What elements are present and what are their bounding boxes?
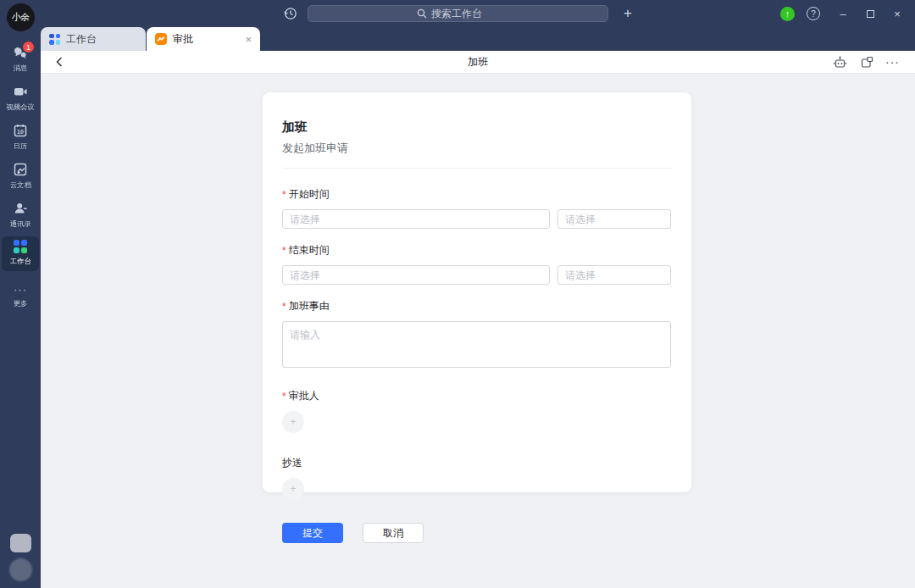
- tab-workbench[interactable]: 工作台: [41, 27, 146, 51]
- maximize-icon: [867, 10, 874, 18]
- search-icon: [417, 8, 427, 19]
- more-actions-icon[interactable]: ···: [885, 55, 900, 69]
- workbench-icon: [14, 240, 27, 253]
- submit-button[interactable]: 提交: [282, 523, 343, 543]
- tab-approval[interactable]: 审批 ×: [147, 27, 260, 51]
- form-subtitle: 发起加班申请: [282, 141, 672, 156]
- plus-icon: +: [290, 416, 296, 428]
- page-header: 加班 ···: [41, 51, 915, 74]
- reason-label: * 加班事由: [282, 299, 672, 313]
- global-search-input[interactable]: [308, 5, 608, 22]
- minimize-button[interactable]: –: [832, 3, 854, 25]
- sidebar-item-label: 通讯录: [10, 219, 31, 230]
- calendar-icon: 10: [13, 123, 28, 138]
- back-button[interactable]: [51, 53, 68, 70]
- required-marker: *: [282, 301, 286, 313]
- chevron-left-icon: [53, 56, 65, 68]
- sidebar-item-video-meeting[interactable]: 视频会议: [2, 80, 39, 117]
- workbench-tab-icon: [49, 34, 60, 45]
- approver-label: * 审批人: [282, 389, 672, 403]
- add-approver-button[interactable]: +: [282, 411, 304, 433]
- page-title: 加班: [41, 55, 915, 69]
- close-button[interactable]: ×: [886, 3, 908, 25]
- sidebar-item-calendar[interactable]: 10 日历: [2, 119, 39, 156]
- pinned-app-icon[interactable]: [9, 558, 32, 581]
- help-icon[interactable]: ?: [807, 7, 820, 20]
- sidebar-item-contacts[interactable]: 通讯录: [2, 197, 39, 234]
- video-camera-icon: [13, 84, 28, 99]
- end-time-label: * 结束时间: [282, 243, 672, 258]
- cancel-button[interactable]: 取消: [363, 523, 424, 543]
- upgrade-icon[interactable]: ↑: [780, 7, 795, 21]
- sidebar-item-messages[interactable]: 1 消息: [2, 42, 39, 78]
- robot-icon[interactable]: [831, 53, 848, 70]
- tab-close-icon[interactable]: ×: [245, 33, 252, 46]
- sidebar-item-more[interactable]: ··· 更多: [2, 280, 39, 313]
- sidebar-item-label: 云文档: [10, 180, 31, 191]
- sidebar: 小余 1 消息 视频会议 10 日历 云文档: [0, 0, 41, 588]
- cloud-doc-icon: [13, 162, 28, 177]
- sidebar-item-label: 日历: [14, 141, 28, 152]
- main-content: 加班 发起加班申请 * 开始时间 * 结束时间 * 加班事由 * 审批人: [41, 74, 915, 588]
- end-date-input[interactable]: [282, 265, 550, 285]
- svg-text:10: 10: [17, 129, 24, 135]
- avatar[interactable]: 小余: [7, 3, 35, 31]
- open-in-window-icon[interactable]: [858, 53, 875, 70]
- divider: [282, 168, 672, 169]
- required-marker: *: [282, 391, 286, 402]
- unread-badge: 1: [23, 42, 34, 53]
- sidebar-item-label: 更多: [14, 299, 28, 309]
- tab-bar: 工作台 审批 ×: [41, 27, 915, 51]
- tab-label: 审批: [173, 32, 193, 47]
- plus-icon: +: [290, 483, 296, 495]
- more-dots-icon: ···: [14, 284, 27, 296]
- pinned-app-icon[interactable]: [10, 534, 31, 552]
- sidebar-item-label: 工作台: [10, 257, 31, 267]
- start-time-input[interactable]: [557, 209, 671, 229]
- sidebar-item-label: 视频会议: [6, 103, 34, 113]
- titlebar: + ↑ ? – ×: [0, 0, 915, 27]
- history-icon[interactable]: [281, 4, 300, 23]
- required-marker: *: [282, 189, 286, 201]
- overtime-form-card: 加班 发起加班申请 * 开始时间 * 结束时间 * 加班事由 * 审批人: [263, 92, 691, 492]
- add-cc-button[interactable]: +: [282, 478, 304, 500]
- reason-textarea[interactable]: [282, 321, 671, 368]
- contacts-icon: [13, 201, 28, 216]
- form-title: 加班: [282, 119, 672, 136]
- approval-tab-icon: [155, 33, 167, 45]
- sidebar-item-docs[interactable]: 云文档: [2, 158, 39, 195]
- search-field[interactable]: [431, 8, 499, 19]
- sidebar-item-label: 消息: [14, 64, 28, 74]
- sidebar-item-workbench[interactable]: 工作台: [2, 236, 39, 271]
- start-time-label: * 开始时间: [282, 187, 672, 202]
- pinned-apps: [0, 534, 41, 581]
- new-tab-button[interactable]: +: [618, 3, 638, 24]
- end-time-input[interactable]: [557, 265, 671, 285]
- cc-label: 抄送: [282, 456, 672, 470]
- start-date-input[interactable]: [282, 209, 550, 229]
- maximize-button[interactable]: [859, 3, 881, 25]
- tab-label: 工作台: [66, 32, 97, 47]
- required-marker: *: [282, 245, 286, 257]
